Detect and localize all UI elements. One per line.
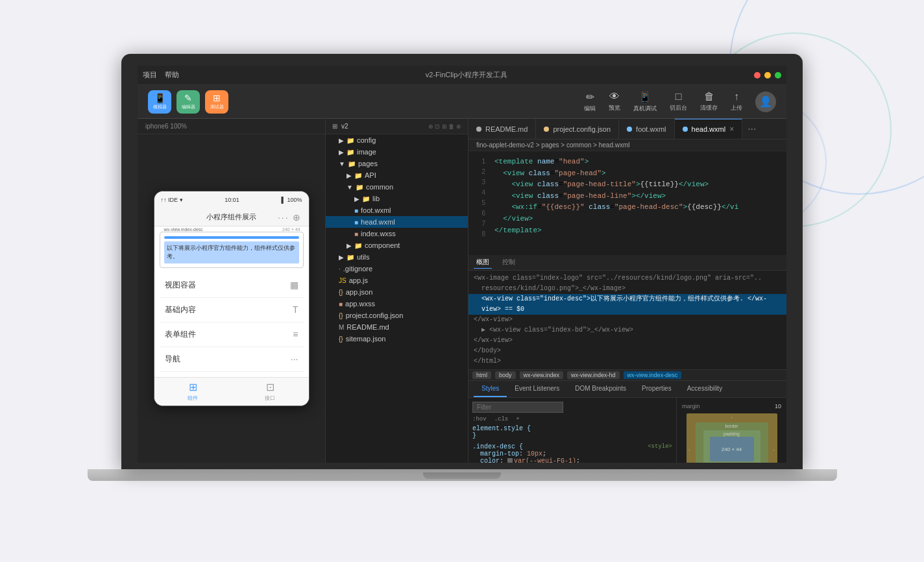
tree-item-gitignore[interactable]: · .gitignore [326,263,468,275]
preview-icon: 👁 [609,91,620,103]
tree-item-config[interactable]: ▶ 📁 config [326,134,468,146]
styles-filter-input[interactable] [472,402,563,413]
tree-item-lib[interactable]: ▶ 📁 lib [326,193,468,204]
chevron-right-icon: ▶ [339,137,344,144]
menu-item-icon-2: ≡ [293,329,298,339]
phone-title-menu[interactable]: ··· ⊕ [278,212,302,223]
mini-code-tabs: 概图 控制 [468,255,786,271]
screen-inner: 项目 帮助 v2-FinClip小程序开发工具 📱 模拟器 [138,66,786,463]
code-line-4: <view class="page-head-line"></view> [494,191,781,202]
tree-item-app-json[interactable]: {} app.json [326,286,468,298]
mode-tester[interactable]: ⊞ 测试器 [205,90,228,114]
action-background[interactable]: □ 切后台 [670,91,687,112]
phone-tab-interface[interactable]: ⊡ 接口 [265,381,275,402]
dom-line-highlight: <wx-view class="index-desc">以下将展示小程序官方组件… [468,294,786,315]
tree-item-foot-wxml[interactable]: ■ foot.wxml [326,204,468,216]
code-line-5: <wx:if="{{desc}}" class="page-head-desc"… [494,202,781,214]
interface-tab-icon: ⊡ [266,381,274,393]
laptop: 项目 帮助 v2-FinClip小程序开发工具 📱 模拟器 [121,54,803,508]
tree-item-head-wxml[interactable]: ■ head.wxml [326,216,468,228]
menu-form[interactable]: 表单组件 ≡ [160,323,304,347]
mini-tab-overview[interactable]: 概图 [474,256,492,269]
chevron-right-icon: ▶ [346,172,352,179]
tab-close-head[interactable]: × [729,125,734,134]
tree-item-sitemap[interactable]: {} sitemap.json [326,333,468,345]
chip-wx-view-hd[interactable]: wx-view.index-hd [567,371,620,379]
close-button[interactable] [754,72,760,79]
tab-head-wxml[interactable]: head.wxml × [675,119,743,139]
chip-body[interactable]: body [495,371,516,379]
tree-item-app-wxss[interactable]: ■ app.wxss [326,298,468,310]
tab-label-foot: foot.wxml [636,125,666,133]
upload-label: 上传 [731,104,742,112]
action-upload[interactable]: ↑ 上传 [731,91,742,112]
mini-tab-control[interactable]: 控制 [500,256,518,269]
minimize-button[interactable] [764,72,771,79]
menu-item-icon-3: ··· [291,354,298,364]
action-cache[interactable]: 🗑 清缓存 [700,91,718,112]
code-content[interactable]: <template name="head"> <view class="page… [489,151,786,255]
phone: ↑↑ IDE ▾ 10:01 ▌ 100% 小程序组件展示 ··· ⊕ wx-v… [154,191,310,406]
action-preview[interactable]: 👁 预览 [609,91,620,112]
code-panel: README.md project.config.json foot.wxml [468,119,786,463]
tree-item-utils[interactable]: ▶ 📁 utils [326,251,468,263]
json-file-icon: {} [339,289,343,296]
tree-root-icon: ⊞ [332,123,337,130]
tab-accessibility[interactable]: Accessibility [679,381,730,397]
tab-foot-wxml[interactable]: foot.wxml [619,119,674,139]
dom-line-4: ▶ <wx-view class="index-bd">_</wx-view> [474,325,781,336]
bm-margin-right-label: - [773,447,774,452]
tab-styles[interactable]: Styles [474,381,507,397]
menu-project[interactable]: 项目 [143,70,157,80]
maximize-button[interactable] [775,72,781,79]
code-editor[interactable]: 1 2 3 4 5 6 7 8 <template name="head"> <… [468,151,786,255]
tree-item-project-config[interactable]: {} project.config.json [326,310,468,321]
cache-icon: 🗑 [704,91,714,103]
breadcrumb: fino-applet-demo-v2 > pages > common > h… [468,140,786,151]
tree-item-common[interactable]: ▼ 📁 common [326,181,468,193]
user-avatar[interactable]: 👤 [755,92,776,112]
gitignore-file-icon: · [339,265,341,273]
phone-tab-component[interactable]: ⊞ 组件 [188,381,198,402]
tab-project-config[interactable]: project.config.json [536,119,619,139]
tree-item-index-wxss[interactable]: ■ index.wxss [326,228,468,239]
upload-icon: ↑ [734,91,739,103]
tree-item-api[interactable]: ▶ 📁 API [326,169,468,181]
dom-line-5: </wx-view> [474,336,781,346]
tab-readme[interactable]: README.md [468,119,536,139]
tab-dom-breakpoints[interactable]: DOM Breakpoints [567,381,634,397]
tab-dot-readme [476,127,481,132]
tree-item-readme[interactable]: M README.md [326,321,468,333]
action-debug[interactable]: 📱 真机调试 [633,91,657,113]
phone-desc-label: wx-view.index-desc [163,227,204,232]
element-style-block: element.style { } [472,425,672,439]
tab-more-button[interactable]: ··· [742,123,761,135]
menu-basic-content[interactable]: 基础内容 T [160,298,304,323]
tab-properties[interactable]: Properties [634,381,679,397]
menu-view-container[interactable]: 视图容器 ▦ [160,273,304,298]
bm-padding-label: padding [723,432,740,436]
titlebar: 项目 帮助 v2-FinClip小程序开发工具 [138,66,786,85]
tab-event-listeners[interactable]: Event Listeners [507,381,567,397]
chip-wx-view-index[interactable]: wx-view.index [520,371,564,379]
mode-simulator[interactable]: 📱 模拟器 [148,90,171,114]
tree-item-image[interactable]: ▶ 📁 image [326,146,468,158]
menu-nav[interactable]: 导航 ··· [160,347,304,372]
styles-panel: :hov .cls + element.style { } [468,398,676,463]
tree-item-app-js[interactable]: JS app.js [326,275,468,286]
menu-help[interactable]: 帮助 [165,70,179,80]
editor-label: 编辑器 [182,104,195,110]
wxss-file-icon: ■ [339,300,343,308]
dom-line-7: </html> [474,356,781,367]
laptop-notch [423,472,501,479]
code-line-6: </view> [494,214,781,225]
folder-icon: 📁 [362,195,370,202]
action-edit[interactable]: ✏ 编辑 [584,91,596,113]
chip-wx-view-desc[interactable]: wx-view.index-desc [624,371,682,379]
chip-html[interactable]: html [472,371,491,379]
tree-item-component[interactable]: ▶ 📁 component [326,239,468,251]
mode-editor[interactable]: ✎ 编辑器 [176,90,200,114]
code-line-7: </template> [494,225,781,237]
tree-item-pages[interactable]: ▼ 📁 pages [326,158,468,169]
js-file-icon: JS [339,277,346,284]
